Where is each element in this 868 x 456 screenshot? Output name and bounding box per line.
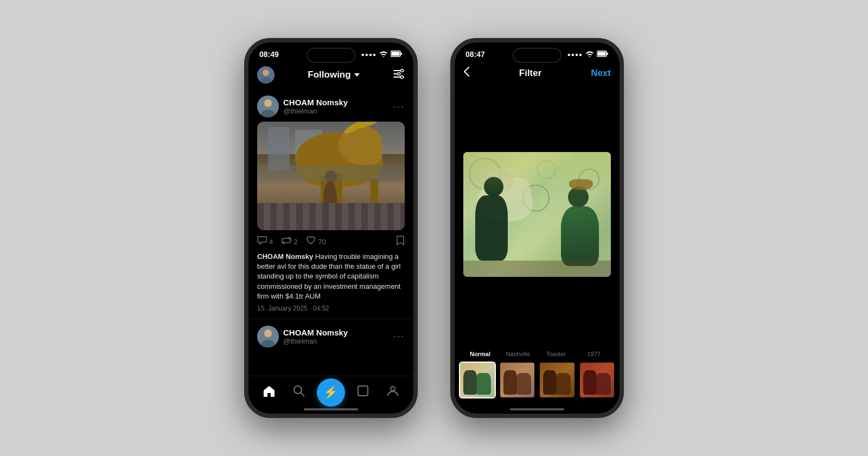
like-count: 70 (318, 238, 326, 246)
filter-1977-thumb[interactable] (579, 362, 616, 398)
tweet2-header: CHOAM Nomsky @thielman ··· (257, 326, 405, 347)
search-icon (293, 385, 305, 400)
svg-rect-23 (598, 52, 606, 56)
filter-labels-row: Normal Nashville Toaster 1977 (459, 351, 615, 357)
filter-screen: Filter Next (455, 62, 620, 409)
comment-action[interactable]: 4 (257, 236, 273, 247)
svg-point-18 (294, 386, 302, 394)
home-icon (263, 385, 276, 400)
retweet-count: 2 (293, 238, 297, 246)
status-icons-phone2: ●●●● (567, 50, 609, 58)
comment-icon (257, 236, 267, 247)
filter-label-normal: Normal (461, 351, 499, 357)
filter-nashville-thumb[interactable] (499, 362, 536, 398)
filter-label-toaster: Toaster (537, 351, 575, 357)
tweet2-more-button[interactable]: ··· (393, 331, 405, 342)
tweet1-avatar (257, 96, 279, 117)
compose-button[interactable]: ⚡ (317, 378, 345, 407)
svg-point-9 (400, 69, 403, 72)
svg-rect-20 (358, 386, 368, 396)
like-action[interactable]: 70 (306, 236, 326, 247)
bookmark-icon (396, 236, 405, 248)
home-indicator (304, 408, 358, 410)
status-time-phone2: 08:47 (465, 50, 485, 59)
dynamic-island (307, 48, 355, 63)
filter-preview-image (463, 152, 611, 277)
status-time-phone1: 08:49 (259, 50, 279, 59)
signal-icon-2: ●●●● (567, 52, 583, 58)
phone-2: 08:47 ●●●● (450, 38, 624, 418)
tweet1-header: CHOAM Nomsky @thielman ··· (257, 96, 405, 117)
heart-icon (306, 236, 316, 247)
svg-rect-1 (392, 52, 400, 56)
svg-point-11 (400, 76, 403, 79)
following-label: Following (308, 69, 350, 80)
filter-label-1977: 1977 (575, 351, 613, 357)
tweet1-image (257, 122, 405, 230)
main-preview-area (455, 86, 620, 342)
lightning-icon: ⚡ (323, 385, 338, 400)
filter-thumbnails-row (459, 362, 615, 398)
filter-header: Filter Next (455, 62, 620, 86)
tweet1-actions: 4 2 (257, 236, 405, 248)
bookmark-action[interactable] (396, 236, 405, 248)
nav-profile[interactable] (381, 381, 405, 404)
tweet2-handle: @thielman (283, 337, 348, 345)
wifi-icon (379, 50, 388, 58)
svg-point-21 (391, 387, 395, 391)
svg-point-4 (263, 69, 269, 76)
signal-icon: ●●●● (361, 52, 376, 58)
phone1-feed: Following (248, 62, 413, 409)
next-button[interactable]: Next (591, 68, 611, 79)
tweet1-user-info: CHOAM Nomsky @thielman (283, 98, 348, 115)
home-indicator-2 (510, 408, 564, 410)
phone-1: 08:49 ●●●● (244, 38, 418, 418)
back-button[interactable] (463, 66, 470, 80)
filter-button[interactable] (393, 69, 405, 81)
tweet1-date: 15. January 2025 · 04:52 (257, 305, 405, 312)
spaces-icon (357, 385, 369, 400)
chevron-down-icon (354, 73, 360, 77)
filter-title: Filter (519, 68, 542, 79)
tweet1-author-bold: CHOAM Nomsky (257, 252, 313, 261)
tweet-1: CHOAM Nomsky @thielman ··· (248, 89, 413, 319)
svg-point-13 (264, 99, 272, 107)
filter-normal-thumb[interactable] (459, 362, 496, 398)
battery-icon-2 (597, 50, 609, 58)
svg-line-19 (301, 392, 304, 396)
header-title[interactable]: Following (308, 69, 359, 80)
filter-label-nashville: Nashville (499, 351, 537, 357)
battery-icon (391, 50, 403, 58)
profile-icon (387, 385, 399, 400)
retweet-icon (282, 237, 291, 246)
tweet1-more-button[interactable]: ··· (393, 101, 405, 112)
tweet-2: CHOAM Nomsky @thielman ··· (248, 319, 413, 356)
comment-count: 4 (269, 238, 273, 246)
svg-point-16 (264, 330, 272, 337)
filter-toaster-thumb[interactable] (539, 362, 576, 398)
tweet1-username: CHOAM Nomsky (283, 98, 348, 107)
nav-home[interactable] (257, 381, 281, 404)
svg-point-10 (397, 73, 400, 75)
nav-search[interactable] (287, 381, 311, 404)
user-avatar-header[interactable] (257, 66, 275, 84)
svg-rect-2 (401, 53, 403, 55)
nav-spaces[interactable] (351, 381, 375, 404)
dynamic-island-2 (513, 48, 561, 63)
svg-rect-24 (607, 53, 609, 55)
feed-header: Following (248, 62, 413, 89)
tweet2-avatar (257, 326, 279, 347)
tweet1-text: CHOAM Nomsky Having trouble imagining a … (257, 252, 405, 301)
tweet2-user[interactable]: CHOAM Nomsky @thielman (257, 326, 348, 347)
tweet1-handle: @thielman (283, 107, 348, 115)
wifi-icon-2 (585, 50, 594, 58)
status-icons-phone1: ●●●● (361, 50, 403, 58)
tweet1-user[interactable]: CHOAM Nomsky @thielman (257, 96, 348, 117)
retweet-action[interactable]: 2 (282, 237, 297, 246)
tweet2-username: CHOAM Nomsky (283, 328, 348, 337)
filter-options: Normal Nashville Toaster 1977 (455, 342, 620, 409)
